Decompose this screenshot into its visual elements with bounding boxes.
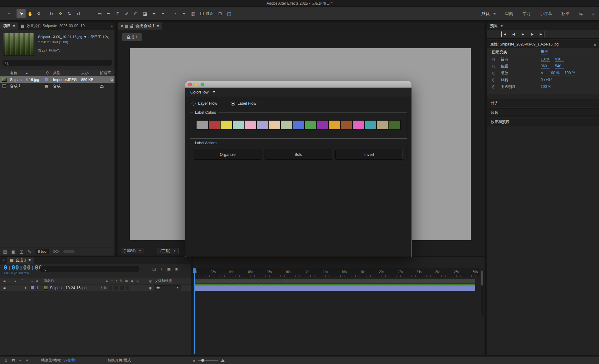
workspace-standard[interactable]: 标准: [562, 11, 570, 17]
grid-guides-button[interactable]: ⊞: [216, 9, 225, 18]
solo-column-icon[interactable]: ●: [12, 280, 18, 283]
new-composition-icon[interactable]: ◫: [20, 249, 23, 254]
solo-button[interactable]: Solo: [265, 150, 332, 160]
label-flow-option[interactable]: Label Flow: [231, 101, 256, 106]
layer-row[interactable]: ◉ › 1 Snipast...10-24-16.jpg \ fx: [0, 285, 191, 291]
brush-tool[interactable]: ✐: [122, 9, 131, 18]
play-button[interactable]: ▶: [520, 31, 526, 37]
panel-menu-icon[interactable]: ≡: [500, 24, 503, 28]
snap-toggle[interactable]: 对齐: [200, 11, 213, 16]
swatch-peach[interactable]: [269, 121, 280, 129]
comp-label-color[interactable]: [45, 84, 48, 88]
workspace-menu-icon[interactable]: ≡: [493, 11, 496, 16]
workspace-default[interactable]: 默认: [481, 11, 489, 17]
swatch-green[interactable]: [305, 121, 316, 129]
layer-switch-cell[interactable]: [114, 286, 118, 290]
label-flow-radio[interactable]: [231, 102, 235, 106]
layer-switch-cell[interactable]: [109, 286, 112, 290]
snap-checkbox[interactable]: [200, 12, 204, 15]
zoom-tool[interactable]: ⚲: [35, 9, 44, 18]
magnification-dropdown[interactable]: (100%) ▼: [121, 248, 144, 254]
first-frame-button[interactable]: ◀: [501, 31, 507, 37]
snap-options-button[interactable]: ⌖: [180, 9, 189, 18]
composition-nav-button[interactable]: 合成 1: [122, 33, 142, 41]
hand-tool[interactable]: ✋: [26, 9, 35, 18]
panel-menu-icon[interactable]: ≡: [213, 90, 216, 94]
audio-panel-header[interactable]: 音频: [487, 108, 599, 117]
swatch-cyan[interactable]: [365, 121, 376, 129]
swatch-fuchsia[interactable]: [353, 121, 364, 129]
project-row-comp[interactable]: 合成 1 合成 25: [0, 83, 114, 89]
camera-tool[interactable]: ⌗: [83, 9, 92, 18]
workspace-libraries[interactable]: 库: [579, 11, 583, 17]
close-window-button[interactable]: [188, 83, 192, 86]
swatch-brown[interactable]: [341, 121, 352, 129]
time-ruler[interactable]: 00s 02s 04s 06s 08s 10s 12s 14s 16s 18s …: [193, 268, 480, 277]
parent-dropdown[interactable]: 无 ▼: [154, 285, 181, 290]
previous-frame-button[interactable]: ◀: [511, 31, 516, 37]
column-type[interactable]: 类型: [53, 70, 81, 76]
swatch-blue[interactable]: [293, 121, 304, 129]
panel-menu-icon[interactable]: ≡: [594, 42, 596, 47]
link-icon[interactable]: ∞: [541, 71, 543, 75]
effects-presets-panel-header[interactable]: 效果和预设: [487, 118, 599, 126]
workspace-small-screen[interactable]: 小屏幕: [540, 11, 552, 17]
panel-resize-pill[interactable]: [63, 250, 75, 253]
tab-composition[interactable]: × 合成 合成 1 ≡: [118, 22, 162, 30]
layer-expander-icon[interactable]: ›: [25, 286, 29, 290]
column-size[interactable]: 大小: [81, 70, 100, 76]
dolly-camera-tool[interactable]: ⇅: [65, 9, 74, 18]
puppet-pin-tool[interactable]: ⌖: [158, 9, 168, 18]
footage-name[interactable]: Snipast...3-09_10-24-16.jpg ▼，使用了 1 次: [38, 34, 109, 40]
number-column-header[interactable]: #: [35, 279, 44, 283]
invert-button[interactable]: Invert: [335, 150, 403, 160]
timeline-tab[interactable]: 合成 1 ≡: [7, 257, 34, 264]
dialog-titlebar[interactable]: [185, 81, 412, 88]
swatch-pink[interactable]: [245, 121, 256, 129]
position-y-value[interactable]: 540: [555, 64, 564, 69]
scale-y-value[interactable]: 100 %: [565, 71, 575, 75]
switches-column-header[interactable]: ♣ ✦ \ fx ▦ ◉ ◇: [97, 279, 147, 283]
layer-pick-whip-icon[interactable]: ◎: [147, 286, 154, 290]
zoom-out-icon[interactable]: [193, 360, 195, 362]
resolution-dropdown[interactable]: (完整) ▼: [158, 248, 179, 254]
layer-source-name[interactable]: Snipast...10-24-16.jpg: [50, 286, 97, 290]
project-search[interactable]: [2, 60, 112, 66]
organize-button[interactable]: Organize: [194, 150, 261, 160]
zoom-in-icon[interactable]: [221, 359, 225, 362]
work-area-bar[interactable]: [194, 279, 475, 283]
layer-label-color[interactable]: [29, 286, 35, 290]
layer-flow-option[interactable]: Layer Flow: [192, 101, 217, 106]
swatch-yellow[interactable]: [221, 121, 232, 129]
panel-menu-icon[interactable]: ≡: [28, 258, 31, 262]
current-timecode[interactable]: 0:00:00:00: [4, 264, 42, 271]
swatch-none[interactable]: [197, 121, 208, 129]
playhead-line[interactable]: [194, 268, 195, 354]
reset-link[interactable]: 重置: [541, 49, 548, 55]
motion-blur-toggle-icon[interactable]: ◉: [175, 267, 178, 271]
playhead-handle[interactable]: [193, 268, 196, 273]
swatch-dark-green[interactable]: [389, 121, 401, 129]
type-tool[interactable]: T: [113, 9, 122, 18]
eraser-tool[interactable]: ◪: [140, 9, 149, 18]
more-tabs-icon[interactable]: »: [109, 22, 114, 30]
layer-switch-cell[interactable]: [120, 286, 124, 290]
anchor-x-value[interactable]: 1379: [541, 57, 550, 62]
layer-eye-icon[interactable]: ◉: [2, 286, 7, 290]
zoom-window-button[interactable]: [201, 83, 204, 86]
column-fps[interactable]: 帧速率: [100, 70, 111, 76]
minimize-window-button[interactable]: [194, 83, 198, 86]
swatch-orange[interactable]: [329, 121, 340, 129]
timeline-scrollbar-thumb[interactable]: [481, 271, 483, 285]
mask-visibility-button[interactable]: ≀: [171, 9, 180, 18]
color-management-icon[interactable]: ✦: [26, 358, 29, 362]
flowchart-icon[interactable]: ⌁: [19, 358, 21, 362]
tab-effect-controls[interactable]: 效果控件 Snipaste_2026-03-09_10...: [18, 22, 91, 30]
lock-icon[interactable]: [130, 26, 133, 28]
footage-label-color[interactable]: [45, 78, 48, 81]
preview-panel-header[interactable]: 预览 ≡: [487, 22, 599, 30]
layer-quality-switch[interactable]: \: [101, 286, 102, 290]
stopwatch-icon[interactable]: ◷: [492, 71, 501, 75]
project-search-input[interactable]: [10, 60, 109, 65]
close-tab-icon[interactable]: ×: [0, 257, 7, 264]
